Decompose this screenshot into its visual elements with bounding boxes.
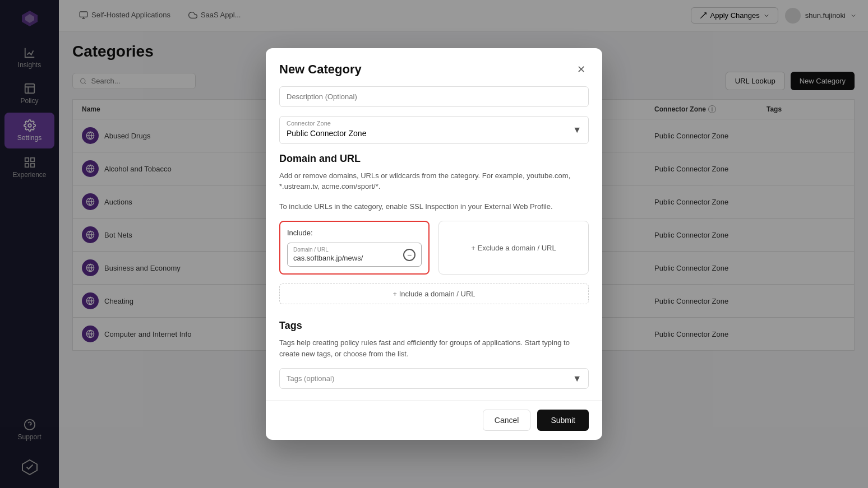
cancel-button[interactable]: Cancel (483, 410, 531, 431)
domain-input-wrapper: Domain / URL − (287, 243, 422, 267)
tags-select[interactable]: Tags (optional) (280, 372, 588, 388)
description-field (279, 86, 589, 107)
add-include-button[interactable]: + Include a domain / URL (279, 283, 589, 304)
remove-domain-button[interactable]: − (403, 249, 415, 261)
modal-close-button[interactable]: ✕ (573, 62, 589, 77)
tags-title: Tags (279, 320, 589, 332)
add-exclude-button[interactable]: + Exclude a domain / URL (471, 244, 556, 252)
exclude-box: + Exclude a domain / URL (438, 221, 589, 275)
include-label: Include: (287, 229, 422, 237)
include-box: Include: Domain / URL − (279, 221, 430, 275)
description-input[interactable] (279, 86, 589, 107)
domain-url-title: Domain and URL (279, 153, 589, 165)
modal-overlay[interactable]: New Category ✕ Connector Zone Public Con… (0, 0, 868, 488)
connector-zone-select[interactable]: Public Connector Zone (280, 127, 588, 143)
domain-url-desc-1: Add or remove domains, URLs or wildcards… (279, 170, 589, 192)
modal-header: New Category ✕ (266, 48, 602, 86)
modal-body: Connector Zone Public Connector Zone ▼ D… (266, 86, 602, 401)
submit-button[interactable]: Submit (537, 410, 589, 431)
modal-title: New Category (279, 62, 362, 77)
connector-zone-select-wrapper[interactable]: Connector Zone Public Connector Zone ▼ (279, 116, 589, 144)
domain-url-desc-2: To include URLs in the category, enable … (279, 201, 589, 212)
domain-url-section: Include: Domain / URL − + Exclude a doma… (279, 221, 589, 275)
new-category-modal: New Category ✕ Connector Zone Public Con… (266, 48, 602, 440)
tags-desc: Tags help creating policy rules fast and… (279, 337, 589, 359)
domain-url-input[interactable] (293, 254, 387, 262)
connector-zone-label: Connector Zone (280, 117, 588, 127)
modal-footer: Cancel Submit (266, 400, 602, 440)
domain-url-field-label: Domain / URL (293, 247, 399, 253)
tags-select-wrapper[interactable]: Tags (optional) ▼ (279, 368, 589, 389)
